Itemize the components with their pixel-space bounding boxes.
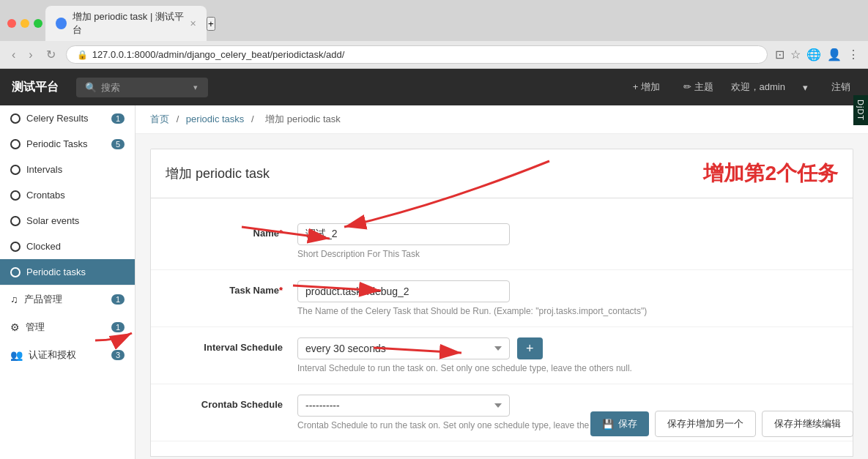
page-title: 增加 periodic task (166, 165, 270, 182)
app-header: 测试平台 🔍 ▾ + 增加 ✏ 主题 欢迎，admin ▾ 注销 (0, 69, 868, 105)
address-bar-row: ‹ › ↻ 🔒 127.0.0.1:8000/admin/django_cele… (0, 41, 868, 68)
welcome-dropdown[interactable]: ▾ (797, 79, 814, 96)
add-button[interactable]: + 增加 (627, 78, 666, 97)
main-layout: Celery Results 1 Periodic Tasks 5 Interv… (0, 105, 868, 459)
crontab-select[interactable]: ---------- (297, 395, 510, 417)
annotation-title: 增加第2个任务 (703, 160, 838, 187)
interval-add-button[interactable]: + (517, 337, 543, 359)
url-text: 127.0.0.1:8000/admin/django_celery_beat/… (92, 49, 345, 60)
circle-icon (10, 113, 21, 124)
breadcrumb-sep-2: / (251, 113, 256, 124)
sidebar-item-solar-events[interactable]: Solar events (0, 208, 135, 234)
breadcrumb-periodic-tasks[interactable]: periodic tasks (186, 113, 244, 124)
sidebar-label-clocked: Clocked (26, 241, 61, 252)
new-tab-button[interactable]: + (207, 17, 215, 31)
name-required: * (279, 228, 283, 239)
form-row-interval: Interval Schedule every 30 seconds + Int… (151, 327, 853, 384)
name-help: Short Description For This Task (297, 249, 838, 259)
screenshot-button[interactable]: ⊡ (775, 48, 784, 61)
save-button[interactable]: 💾 保存 (590, 411, 649, 436)
save-icon: 💾 (602, 419, 614, 430)
interval-label: Interval Schedule (166, 337, 297, 353)
app-logo: 测试平台 (12, 80, 59, 95)
search-dropdown-icon[interactable]: ▾ (193, 83, 198, 92)
lock-icon: 🔒 (77, 50, 88, 60)
refresh-button[interactable]: ↻ (43, 46, 59, 63)
save-continue-button[interactable]: 保存并继续编辑 (762, 411, 853, 437)
logout-button[interactable]: 注销 (826, 78, 856, 97)
task-name-required: * (279, 285, 283, 296)
sidebar-label-solar-events: Solar events (26, 215, 79, 226)
browser-actions: ⊡ ☆ 🌐 👤 ⋮ (775, 48, 859, 61)
sidebar-item-clocked[interactable]: Clocked (0, 234, 135, 259)
main-content: 首页 / periodic tasks / 增加 periodic task 增… (136, 105, 868, 459)
action-bar: 💾 保存 保存并增加另一个 保存并继续编辑 (590, 411, 853, 437)
sidebar-item-intervals[interactable]: Intervals (0, 157, 135, 182)
sidebar-badge-celery-results: 1 (111, 113, 125, 124)
sidebar-label-periodic-tasks-2: Periodic tasks (26, 266, 86, 277)
sidebar-item-periodic-tasks[interactable]: Periodic Tasks 5 (0, 131, 135, 157)
djdt-badge[interactable]: DjDT (853, 95, 868, 125)
breadcrumb-home[interactable]: 首页 (150, 113, 169, 124)
back-button[interactable]: ‹ (9, 47, 18, 63)
address-bar[interactable]: 🔒 127.0.0.1:8000/admin/django_celery_bea… (66, 45, 768, 64)
sidebar-item-celery-results[interactable]: Celery Results 1 (0, 105, 135, 131)
welcome-label: 欢迎，admin (731, 81, 785, 94)
bookmark-button[interactable]: ☆ (790, 48, 801, 61)
sidebar-item-management[interactable]: ⚙ 管理 1 (0, 313, 135, 341)
circle-icon (10, 139, 21, 149)
gear-icon: ⚙ (10, 321, 20, 333)
tab-bar: 增加 periodic task | 测试平台 ✕ + (0, 0, 868, 41)
people-icon: 👥 (10, 349, 23, 361)
forward-button[interactable]: › (26, 47, 35, 63)
page-title-bar: 增加 periodic task 增加第2个任务 (150, 149, 853, 198)
theme-button[interactable]: ✏ 主题 (678, 78, 719, 97)
tab-close-button[interactable]: ✕ (190, 19, 196, 29)
name-input[interactable] (297, 223, 510, 245)
task-name-input[interactable] (297, 280, 510, 302)
tab-title: 增加 periodic task | 测试平台 (73, 10, 184, 37)
save-label: 保存 (618, 417, 637, 430)
sidebar-badge-periodic-tasks: 5 (111, 139, 125, 149)
sidebar-item-product-management[interactable]: ♫ 产品管理 1 (0, 286, 135, 313)
form-row-name: Name* Short Description For This Task (151, 213, 853, 270)
search-input[interactable] (101, 82, 189, 93)
task-name-help: The Name of the Celery Task that Should … (297, 306, 838, 316)
sidebar: Celery Results 1 Periodic Tasks 5 Interv… (0, 105, 136, 459)
tab-favicon (56, 18, 67, 29)
minimize-dot[interactable] (21, 19, 29, 28)
maximize-dot[interactable] (34, 19, 42, 28)
task-name-label: Task Name* (166, 280, 297, 296)
browser-tab[interactable]: 增加 periodic task | 测试平台 ✕ (45, 6, 207, 41)
task-name-field: The Name of the Celery Task that Should … (297, 280, 838, 316)
sidebar-label-auth: 认证和授权 (29, 348, 76, 362)
close-dot[interactable] (7, 19, 16, 28)
save-add-button[interactable]: 保存并增加另一个 (655, 411, 756, 437)
sidebar-label-intervals: Intervals (26, 164, 62, 175)
interval-select[interactable]: every 30 seconds (297, 337, 510, 359)
breadcrumb: 首页 / periodic tasks / 增加 periodic task (136, 105, 868, 134)
sidebar-label-management: 管理 (26, 321, 45, 334)
search-icon: 🔍 (85, 82, 97, 93)
sidebar-item-periodic-tasks-2[interactable]: Periodic tasks (0, 259, 135, 285)
menu-button[interactable]: ⋮ (847, 48, 859, 61)
interval-help: Interval Schedule to run the task on. Se… (297, 363, 838, 373)
header-search-box[interactable]: 🔍 ▾ (76, 78, 208, 97)
interval-select-wrapper: every 30 seconds + (297, 337, 838, 359)
name-field: Short Description For This Task (297, 223, 838, 259)
crontab-label: Crontab Schedule (166, 395, 297, 410)
sidebar-label-product-management: 产品管理 (24, 293, 62, 306)
sidebar-item-auth[interactable]: 👥 认证和授权 3 (0, 341, 135, 369)
sidebar-badge-auth: 3 (111, 350, 125, 360)
circle-icon (10, 190, 21, 201)
window-controls (7, 19, 42, 28)
sidebar-label-periodic-tasks: Periodic Tasks (26, 138, 88, 149)
sidebar-item-crontabs[interactable]: Crontabs (0, 182, 135, 208)
profile-button[interactable]: 👤 (827, 48, 842, 61)
browser-chrome: 增加 periodic task | 测试平台 ✕ + ‹ › ↻ 🔒 127.… (0, 0, 868, 69)
circle-icon-active (10, 267, 21, 277)
sidebar-label-crontabs: Crontabs (26, 190, 65, 201)
form-row-task-name: Task Name* The Name of the Celery Task t… (151, 270, 853, 327)
sidebar-label-celery-results: Celery Results (26, 113, 89, 124)
extensions-button[interactable]: 🌐 (806, 48, 821, 61)
